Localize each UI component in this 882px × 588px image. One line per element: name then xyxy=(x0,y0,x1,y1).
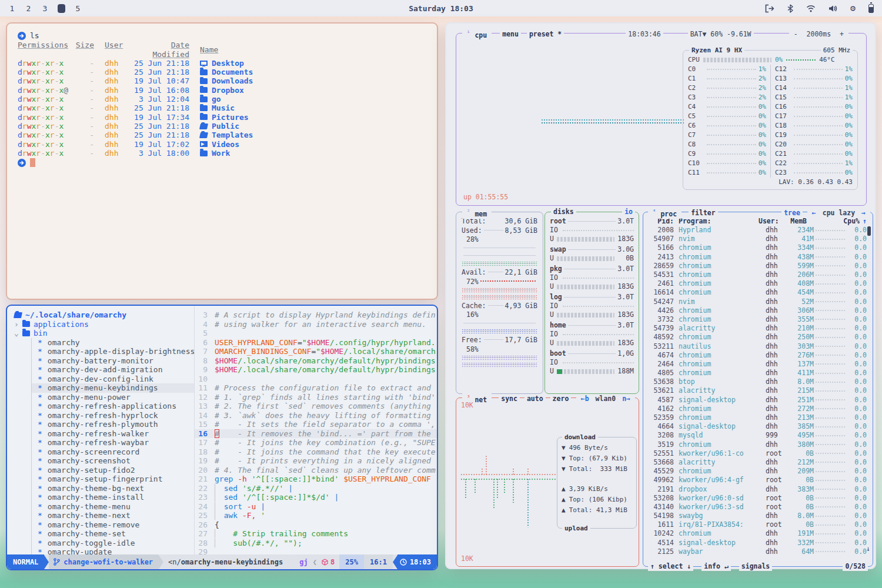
tree-root[interactable]: ~/.local/share/omarchy xyxy=(14,310,194,320)
tree-script-item[interactable]: * omarchy-dev-add-migration xyxy=(32,365,194,375)
executable-star-icon: * xyxy=(38,438,42,447)
tree-script-item[interactable]: * omarchy-apple-display-brightness xyxy=(32,347,194,356)
tree-script-item[interactable]: * omarchy-theme-remove xyxy=(32,520,194,530)
tree-script-item[interactable]: * omarchy-update xyxy=(32,547,194,554)
process-row[interactable]: 1611 irq/81-PIXA3854: root 0B 0.0 xyxy=(649,520,867,529)
tree-script-item[interactable]: * omarchy-refresh-applications xyxy=(32,402,194,411)
tree-script-item[interactable]: * omarchy-dev-config-link xyxy=(32,375,194,384)
process-row[interactable]: 4514 signal-desktop dhh 332M 0.0 xyxy=(649,539,867,547)
process-row[interactable]: 28659 chromium dhh 599M 0.0 xyxy=(649,262,867,270)
process-row[interactable]: 16614 chromium dhh 454M 0.0 xyxy=(649,288,867,297)
tree-folder[interactable]: ⌄ bin xyxy=(14,329,194,338)
executable-star-icon: * xyxy=(38,347,42,356)
tree-script-item[interactable]: * omarchy-toggle-idle xyxy=(32,539,194,548)
process-row[interactable]: 54907 nvim dhh 41M 0.0 xyxy=(649,235,867,243)
refresh-interval-control[interactable]: - 2000ms + xyxy=(789,30,848,39)
io-mode-button[interactable]: io xyxy=(622,208,635,216)
process-row[interactable]: 3519 chromium dhh 380M 0.0 xyxy=(649,440,867,449)
process-row[interactable]: 4162 chromium dhh 272M 0.0 xyxy=(649,405,867,413)
process-row[interactable]: 4426 chromium dhh 306M 0.0 xyxy=(649,306,867,315)
tree-script-item[interactable]: * omarchy-theme-set xyxy=(32,529,194,539)
tree-script-item[interactable]: * omarchy-battery-monitor xyxy=(32,356,194,366)
tree-script-item[interactable]: * omarchy-refresh-plymouth xyxy=(32,420,194,429)
gear-icon[interactable]: ⚙ xyxy=(850,4,856,13)
process-row[interactable]: 52551 kworker/u96:1-co root 0B 0.0 xyxy=(649,449,867,458)
sort-column-switcher[interactable]: ← cpu lazy → xyxy=(807,209,870,218)
process-row[interactable]: 5166 chromium dhh 334M 0.0 xyxy=(649,243,867,252)
code-line: 16 # - It removes the 'bind... =' part f… xyxy=(195,429,437,439)
tree-script-item[interactable]: * omarchy-screenrecord xyxy=(32,447,194,457)
tree-script-item[interactable]: * omarchy-refresh-hyprlock xyxy=(32,411,194,420)
process-row[interactable]: 52359 chromium dhh 213M 0.0 xyxy=(649,413,867,422)
process-row[interactable]: 2461 chromium dhh 408M 0.0 xyxy=(649,279,867,288)
line-number: 27 xyxy=(195,529,215,539)
net-sync-button[interactable]: sync xyxy=(499,395,520,403)
tree-script-item[interactable]: * omarchy-menu-power xyxy=(32,393,194,402)
process-row[interactable]: 3732 chromium dhh 355M 0.0 xyxy=(649,315,867,324)
process-row[interactable]: 54247 nvim dhh 52M 0.0 xyxy=(649,298,867,306)
process-row[interactable]: 53638 btop dhh 8.0M 0.0 xyxy=(649,377,867,386)
process-row[interactable]: 4805 chromium dhh 411M 0.0 xyxy=(649,369,867,377)
process-row[interactable]: 4664 signal-desktop dhh 385M 0.0 xyxy=(649,422,867,431)
tree-script-item[interactable]: * omarchy xyxy=(32,338,194,348)
process-row[interactable]: 2413 chromium dhh 438M 0.0 xyxy=(649,253,867,262)
terminal-input-line[interactable] xyxy=(18,158,426,167)
process-row[interactable]: 4674 chromium dhh 276M 0.0 xyxy=(649,351,867,360)
info-hint[interactable]: info ↵ xyxy=(701,562,731,571)
process-row[interactable]: 54531 chromium dhh 206M 0.0 xyxy=(649,270,867,279)
terminal-command: ls xyxy=(30,31,39,40)
process-row[interactable]: 10242 chromium dhh 191M 0.0 xyxy=(649,529,867,538)
interface-switcher[interactable]: ←b wlan0 n→ xyxy=(576,395,635,403)
process-row[interactable]: 54198 swaybg dhh 8.0M 0.0 xyxy=(649,512,867,520)
signals-hint[interactable]: signals xyxy=(739,562,772,571)
select-hint[interactable]: ↑ select ↓ xyxy=(648,562,693,571)
process-row[interactable]: 2191 dropbox dhh 383M 0.0 xyxy=(649,485,867,493)
tree-script-item[interactable]: * omarchy-setup-fingerprint xyxy=(32,475,194,484)
file-name: Pictures xyxy=(200,113,249,122)
bluetooth-icon[interactable] xyxy=(787,4,793,13)
process-row[interactable]: 53668 alacritty dhh 212M 0.0 xyxy=(649,458,867,467)
git-branch[interactable]: change-wofi-to-walker xyxy=(49,554,159,569)
tree-script-item[interactable]: * omarchy-menu-keybindings xyxy=(32,383,194,393)
net-auto-button[interactable]: auto xyxy=(524,395,546,403)
process-row[interactable]: 2125 waybar dhh 64M 0.0 xyxy=(649,547,867,556)
tree-toggle-button[interactable]: tree xyxy=(781,209,803,218)
process-row[interactable]: 54739 alacritty dhh 210M 0.0 xyxy=(649,324,867,333)
wifi-icon[interactable] xyxy=(806,5,816,12)
memory-stat-row: 58% xyxy=(456,345,543,354)
code-editor[interactable]: 3 # A script to display Hyprland keybind… xyxy=(194,306,437,554)
volume-icon[interactable] xyxy=(828,5,837,12)
process-row[interactable]: 49962 kworker/u96:4-gf root 0B 0.0 xyxy=(649,476,867,485)
menu-button[interactable]: menu xyxy=(500,30,521,39)
tree-script-item[interactable]: * omarchy-setup-fido2 xyxy=(32,466,194,475)
terminal-cursor[interactable] xyxy=(30,158,35,167)
process-row[interactable]: 48592 chromium dhh 250M 0.0 xyxy=(649,333,867,342)
battery-icon[interactable] xyxy=(868,4,874,13)
preset-button[interactable]: preset * xyxy=(527,30,564,39)
net-zero-button[interactable]: zero xyxy=(550,395,572,403)
filter-button[interactable]: filter xyxy=(689,209,718,218)
process-row[interactable]: 2464 chromium dhh 137M 0.0 xyxy=(649,360,867,369)
tree-script-item[interactable]: * omarchy-theme-install xyxy=(32,493,194,502)
code-text: # - It sets the field separator to a com… xyxy=(215,420,436,429)
process-row[interactable]: 4587 signal-desktop dhh 251M 0.0 xyxy=(649,396,867,405)
process-row[interactable]: 43140 kworker/u96:3-sd root 0B 0.0 xyxy=(649,503,867,512)
file-icon xyxy=(199,132,208,138)
process-row[interactable]: 53208 kworker/u96:0-sd root 0B 0.0 xyxy=(649,494,867,503)
process-row[interactable]: 53211 nautilus dhh 303M 0.0 xyxy=(649,342,867,350)
tree-script-item[interactable]: * omarchy-theme-menu xyxy=(32,502,194,512)
tree-script-item[interactable]: * omarchy-screenshot xyxy=(32,456,194,466)
tree-script-item[interactable]: * omarchy-refresh-waybar xyxy=(32,438,194,447)
process-row[interactable]: 2008 Hyprland dhh 234M 0.0 xyxy=(649,226,867,235)
process-row[interactable]: 45529 chromium dhh 209M 0.0 xyxy=(649,467,867,476)
tree-script-item[interactable]: * omarchy-refresh-walker xyxy=(32,429,194,439)
process-row[interactable]: 3208 mysqld 999 495M 0.0 xyxy=(649,431,867,440)
logout-icon[interactable] xyxy=(764,4,774,13)
process-row[interactable]: 53621 alacritty dhh 215M 0.0 xyxy=(649,386,867,395)
scroll-down-indicator[interactable]: ↓ xyxy=(866,544,870,553)
process-scrollbar[interactable] xyxy=(867,226,871,236)
tree-script-item[interactable]: * omarchy-theme-next xyxy=(32,511,194,520)
file-permissions: drwxr-xr-x xyxy=(18,95,72,103)
tree-folder[interactable]: › applications xyxy=(14,320,194,329)
tree-script-item[interactable]: * omarchy-theme-bg-next xyxy=(32,484,194,493)
